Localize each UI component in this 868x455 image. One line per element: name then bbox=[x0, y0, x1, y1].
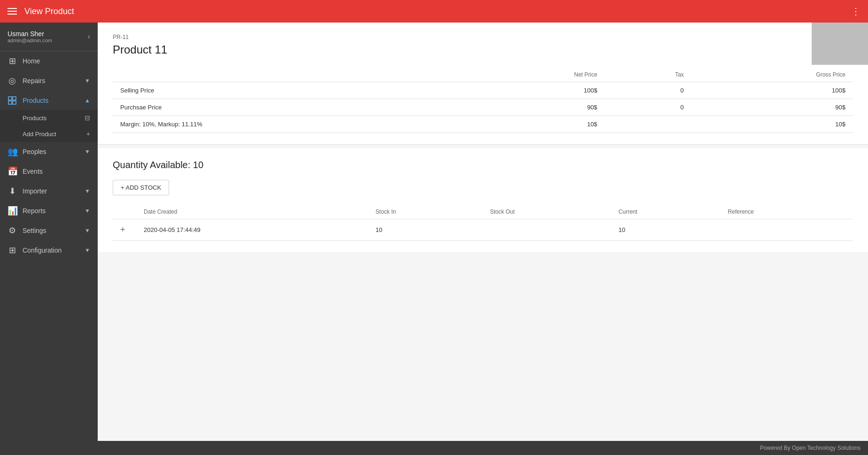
sidebar-user: Usman Sher admin@admin.com ‹ bbox=[0, 23, 98, 51]
sidebar-item-reports[interactable]: 📊 Reports ▼ bbox=[0, 201, 98, 221]
sidebar-item-repairs[interactable]: ◎ Repairs ▼ bbox=[0, 71, 98, 91]
selling-price-row: Selling Price 100$ 0 100$ bbox=[113, 82, 853, 99]
layout: Usman Sher admin@admin.com ‹ ⊞ Home ◎ Re… bbox=[0, 23, 868, 441]
margin-row: Margin: 10%, Markup: 11.11% 10$ 10$ bbox=[113, 116, 853, 133]
stock-in-header: Stock In bbox=[368, 205, 483, 219]
sidebar-item-events[interactable]: 📅 Events bbox=[0, 162, 98, 181]
sub-item-label: Add Product bbox=[23, 131, 56, 138]
sidebar-email: admin@admin.com bbox=[8, 38, 52, 43]
stock-table: Date Created Stock In Stock Out Current … bbox=[113, 205, 853, 241]
selling-price-net: 100$ bbox=[466, 82, 605, 99]
table-row: + 2020-04-05 17:44:49 10 10 bbox=[113, 219, 853, 241]
chevron-down-icon: ▼ bbox=[85, 148, 90, 155]
importer-icon: ⬇ bbox=[8, 186, 17, 196]
purchase-price-row: Purchsae Price 90$ 0 90$ bbox=[113, 99, 853, 116]
product-card: PR-11 Product 11 Net Price Tax Gross Pri… bbox=[98, 23, 868, 145]
sidebar-user-info: Usman Sher admin@admin.com bbox=[8, 30, 52, 43]
menu-icon[interactable] bbox=[8, 8, 17, 15]
chevron-down-icon: ▼ bbox=[85, 188, 90, 194]
purchase-price-gross: 90$ bbox=[691, 99, 853, 116]
chevron-down-icon: ▼ bbox=[85, 77, 90, 84]
product-image bbox=[812, 23, 868, 65]
more-icon[interactable]: ⋮ bbox=[851, 6, 860, 17]
selling-price-gross: 100$ bbox=[691, 82, 853, 99]
quantity-title: Quantity Available: 10 bbox=[113, 160, 853, 170]
stock-out-header: Stock Out bbox=[482, 205, 611, 219]
date-created-header: Date Created bbox=[136, 205, 368, 219]
selling-price-label: Selling Price bbox=[113, 82, 466, 99]
add-product-icon: + bbox=[86, 130, 90, 138]
sidebar-item-label: Configuration bbox=[23, 247, 62, 254]
current-header: Current bbox=[611, 205, 721, 219]
sub-item-label: Products bbox=[23, 115, 46, 122]
footer-text: Powered By Open Technology Solutions bbox=[760, 445, 860, 451]
sidebar-item-products-list[interactable]: Products ⊟ bbox=[0, 110, 98, 126]
sidebar-item-settings[interactable]: ⚙ Settings ▼ bbox=[0, 221, 98, 240]
sidebar-item-label: Reports bbox=[23, 207, 46, 215]
selling-price-tax: 0 bbox=[605, 82, 691, 99]
sidebar-item-label: Home bbox=[23, 57, 40, 65]
chevron-down-icon: ▼ bbox=[85, 247, 90, 254]
svg-rect-0 bbox=[8, 97, 12, 100]
product-header: PR-11 Product 11 bbox=[113, 34, 853, 68]
margin-gross: 10$ bbox=[691, 116, 853, 133]
topbar: View Product ⋮ bbox=[0, 0, 868, 23]
home-icon: ⊞ bbox=[8, 56, 17, 66]
footer: Powered By Open Technology Solutions bbox=[0, 441, 868, 455]
stock-out-value bbox=[482, 219, 611, 241]
stock-reference-value bbox=[721, 219, 853, 241]
purchase-price-tax: 0 bbox=[605, 99, 691, 116]
sidebar-item-products[interactable]: Products ▲ bbox=[0, 91, 98, 110]
sidebar-item-configuration[interactable]: ⊞ Configuration ▼ bbox=[0, 240, 98, 260]
purchase-price-net: 90$ bbox=[466, 99, 605, 116]
reports-icon: 📊 bbox=[8, 206, 17, 216]
sidebar-item-label: Repairs bbox=[23, 77, 45, 85]
price-table: Net Price Tax Gross Price Selling Price … bbox=[113, 68, 853, 133]
reference-header: Reference bbox=[721, 205, 853, 219]
chevron-down-icon: ▼ bbox=[85, 227, 90, 234]
tax-header: Tax bbox=[605, 68, 691, 82]
topbar-left: View Product bbox=[8, 7, 74, 16]
stock-date: 2020-04-05 17:44:49 bbox=[136, 219, 368, 241]
sidebar-item-label: Products bbox=[23, 97, 48, 104]
page-title: View Product bbox=[24, 7, 74, 16]
sidebar-item-importer[interactable]: ⬇ Importer ▼ bbox=[0, 181, 98, 201]
svg-rect-3 bbox=[13, 101, 16, 104]
svg-rect-1 bbox=[13, 97, 16, 100]
expand-cell[interactable]: + bbox=[113, 219, 136, 241]
gross-price-header: Gross Price bbox=[691, 68, 853, 82]
svg-rect-2 bbox=[8, 101, 12, 104]
stock-table-header-row: Date Created Stock In Stock Out Current … bbox=[113, 205, 853, 219]
label-col-header bbox=[113, 68, 466, 82]
main-content: PR-11 Product 11 Net Price Tax Gross Pri… bbox=[98, 23, 868, 441]
repairs-icon: ◎ bbox=[8, 76, 17, 86]
product-info: PR-11 Product 11 bbox=[113, 34, 167, 68]
margin-net: 10$ bbox=[466, 116, 605, 133]
configuration-icon: ⊞ bbox=[8, 245, 17, 255]
chevron-up-icon: ▲ bbox=[85, 97, 90, 104]
sidebar-item-label: Settings bbox=[23, 227, 46, 234]
chevron-down-icon: ▼ bbox=[85, 208, 90, 214]
settings-icon: ⚙ bbox=[8, 225, 17, 236]
expand-row-button[interactable]: + bbox=[120, 225, 125, 235]
net-price-header: Net Price bbox=[466, 68, 605, 82]
topbar-right: ⋮ bbox=[851, 6, 860, 17]
sidebar: Usman Sher admin@admin.com ‹ ⊞ Home ◎ Re… bbox=[0, 23, 98, 441]
sidebar-collapse-button[interactable]: ‹ bbox=[88, 32, 90, 41]
sidebar-item-label: Events bbox=[23, 168, 43, 175]
products-list-icon: ⊟ bbox=[85, 114, 90, 122]
product-title: Product 11 bbox=[113, 43, 167, 56]
products-icon bbox=[8, 95, 17, 105]
sidebar-item-add-product[interactable]: Add Product + bbox=[0, 126, 98, 142]
add-stock-button[interactable]: + ADD STOCK bbox=[113, 180, 169, 195]
peoples-icon: 👥 bbox=[8, 147, 17, 157]
sidebar-item-home[interactable]: ⊞ Home bbox=[0, 51, 98, 71]
purchase-price-label: Purchsae Price bbox=[113, 99, 466, 116]
main-spacer bbox=[98, 252, 868, 441]
stock-in-value: 10 bbox=[368, 219, 483, 241]
stock-current-value: 10 bbox=[611, 219, 721, 241]
sidebar-item-label: Peoples bbox=[23, 148, 46, 155]
quantity-section: Quantity Available: 10 + ADD STOCK Date … bbox=[98, 148, 868, 252]
sidebar-item-label: Importer bbox=[23, 187, 47, 195]
sidebar-item-peoples[interactable]: 👥 Peoples ▼ bbox=[0, 142, 98, 162]
